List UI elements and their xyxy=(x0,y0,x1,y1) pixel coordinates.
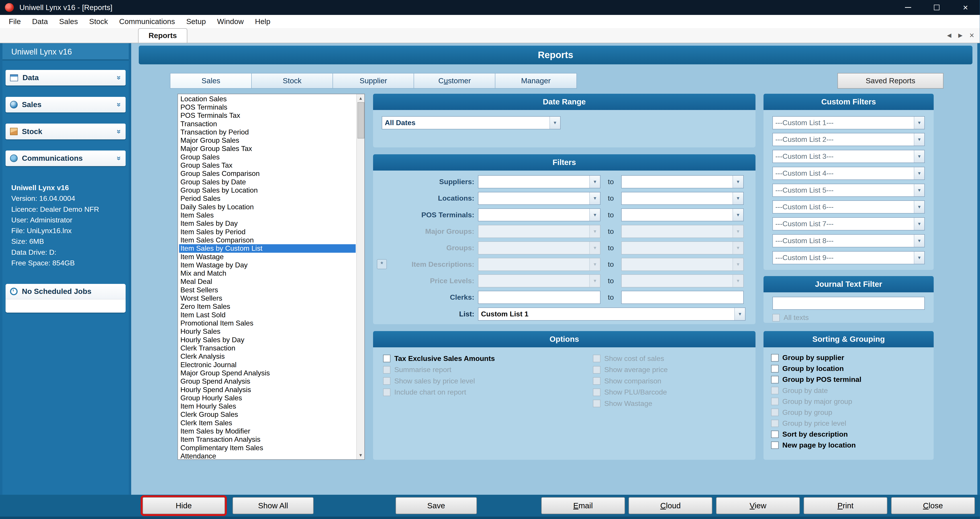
filter-clerks-from-input[interactable] xyxy=(478,291,600,304)
custom-list-6-combo[interactable]: ---Custom List 6---▼ xyxy=(772,200,925,214)
close-button[interactable]: Close xyxy=(891,497,975,514)
report-list-item[interactable]: POS Terminals xyxy=(179,103,356,111)
tab-manager[interactable]: Manager xyxy=(495,73,577,89)
report-list-item[interactable]: POS Terminals Tax xyxy=(179,111,356,119)
tab-customer[interactable]: Customer xyxy=(414,73,496,89)
tab-scroll-right-icon[interactable]: ▶ xyxy=(958,32,963,38)
filter-locations-from-combo[interactable]: ▼ xyxy=(478,192,600,205)
filter-clerks-to-input[interactable] xyxy=(621,291,744,304)
maximize-button[interactable] xyxy=(922,0,951,15)
report-list-item[interactable]: Item Sales Comparison xyxy=(179,236,356,244)
custom-list-7-combo[interactable]: ---Custom List 7---▼ xyxy=(772,217,925,230)
menu-item-communications[interactable]: Communications xyxy=(114,15,181,28)
custom-list-9-combo[interactable]: ---Custom List 9---▼ xyxy=(772,251,925,264)
tab-saved-reports[interactable]: Saved Reports xyxy=(837,73,944,89)
custom-list-2-combo[interactable]: ---Custom List 2---▼ xyxy=(772,133,925,146)
report-list-item[interactable]: Transaction by Period xyxy=(179,128,356,136)
report-list-item[interactable]: Item Sales by Custom List xyxy=(179,244,356,252)
report-list-item[interactable]: Mix and Match xyxy=(179,269,356,278)
report-list-item[interactable]: Major Group Spend Analysis xyxy=(179,369,356,377)
date-range-combo[interactable]: All Dates ▼ xyxy=(382,116,560,129)
report-list-item[interactable]: Item Wastage xyxy=(179,253,356,261)
report-list-item[interactable]: Clerk Transaction xyxy=(179,344,356,352)
scroll-down-icon[interactable]: ▼ xyxy=(357,451,364,459)
report-list-item[interactable]: Location Sales xyxy=(179,95,356,103)
sorting-checkbox-sort-by-description[interactable] xyxy=(771,431,779,438)
filter-pos-terminals-from-combo[interactable]: ▼ xyxy=(478,208,600,222)
report-list-item[interactable]: Item Transaction Analysis xyxy=(179,435,356,443)
report-list-scrollbar[interactable]: ▲ ▼ xyxy=(356,94,364,459)
scroll-up-icon[interactable]: ▲ xyxy=(357,94,364,102)
report-list-item[interactable]: Major Group Sales Tax xyxy=(179,144,356,153)
email-button[interactable]: Email xyxy=(541,497,625,514)
report-list-item[interactable]: Transaction xyxy=(179,120,356,128)
report-list-item[interactable]: Item Sales xyxy=(179,211,356,219)
report-list-item[interactable]: Hourly Sales xyxy=(179,327,356,335)
report-list-item[interactable]: Attendance xyxy=(179,452,356,459)
report-list-item[interactable]: Meal Deal xyxy=(179,278,356,286)
custom-list-5-combo[interactable]: ---Custom List 5---▼ xyxy=(772,184,925,197)
filter-suppliers-to-combo[interactable]: ▼ xyxy=(621,175,744,188)
tab-stock[interactable]: Stock xyxy=(251,73,333,89)
menu-item-file[interactable]: File xyxy=(3,15,27,28)
view-button[interactable]: View xyxy=(716,497,800,514)
journal-text-input[interactable] xyxy=(772,297,925,310)
menu-item-window[interactable]: Window xyxy=(212,15,249,28)
menu-item-setup[interactable]: Setup xyxy=(181,15,212,28)
menu-item-sales[interactable]: Sales xyxy=(54,15,84,28)
report-list-item[interactable]: Zero Item Sales xyxy=(179,302,356,311)
custom-list-combo[interactable]: Custom List 1 ▼ xyxy=(478,308,746,321)
report-list-item[interactable]: Clerk Group Sales xyxy=(179,410,356,419)
report-list-item[interactable]: Promotional Item Sales xyxy=(179,319,356,327)
report-list-item[interactable]: Period Sales xyxy=(179,194,356,203)
filter-locations-to-combo[interactable]: ▼ xyxy=(621,192,744,205)
report-list-item[interactable]: Group Sales by Location xyxy=(179,186,356,194)
report-list-item[interactable]: Daily Sales by Location xyxy=(179,203,356,211)
report-list-item[interactable]: Group Sales Comparison xyxy=(179,170,356,178)
report-list-item[interactable]: Hourly Spend Analysis xyxy=(179,386,356,394)
menu-item-data[interactable]: Data xyxy=(27,15,54,28)
report-list-item[interactable]: Hourly Sales by Day xyxy=(179,336,356,344)
save-button[interactable]: Save xyxy=(396,497,477,514)
tab-supplier[interactable]: Supplier xyxy=(332,73,415,89)
custom-list-3-combo[interactable]: ---Custom List 3---▼ xyxy=(772,150,925,163)
report-list-item[interactable]: Item Sales by Period xyxy=(179,228,356,236)
sorting-checkbox-group-by-pos-terminal[interactable] xyxy=(771,376,779,383)
menu-item-help[interactable]: Help xyxy=(250,15,276,28)
tab-close-icon[interactable]: × xyxy=(969,31,974,40)
report-list-item[interactable]: Complimentary Item Sales xyxy=(179,444,356,452)
close-button[interactable]: × xyxy=(951,0,980,15)
filter-suppliers-from-combo[interactable]: ▼ xyxy=(478,175,600,188)
report-list-item[interactable]: Electronic Journal xyxy=(179,361,356,369)
report-list-item[interactable]: Item Wastage by Day xyxy=(179,261,356,269)
document-tab-reports[interactable]: Reports xyxy=(138,28,187,43)
menu-item-stock[interactable]: Stock xyxy=(84,15,114,28)
hide-button[interactable]: Hide xyxy=(143,497,225,514)
scrollbar-thumb[interactable] xyxy=(358,102,364,138)
custom-list-1-combo[interactable]: ---Custom List 1---▼ xyxy=(772,116,925,129)
report-list-item[interactable]: Group Spend Analysis xyxy=(179,377,356,386)
report-list-item[interactable]: Major Group Sales xyxy=(179,136,356,144)
report-list-item[interactable]: Item Sales by Day xyxy=(179,219,356,227)
report-list-item[interactable]: Group Sales xyxy=(179,153,356,161)
minimize-button[interactable] xyxy=(894,0,922,15)
tab-scroll-left-icon[interactable]: ◀ xyxy=(947,32,951,38)
sorting-checkbox-new-page-by-location[interactable] xyxy=(771,441,779,449)
cloud-button[interactable]: Cloud xyxy=(628,497,712,514)
report-list-item[interactable]: Best Sellers xyxy=(179,286,356,294)
sidebar-section-communications[interactable]: Communications» xyxy=(6,151,126,166)
option-checkbox-tax-exclusive-sales-amounts[interactable] xyxy=(383,355,391,362)
report-list-item[interactable]: Worst Sellers xyxy=(179,294,356,302)
show-all-button[interactable]: Show All xyxy=(232,497,314,514)
report-list-item[interactable]: Group Hourly Sales xyxy=(179,394,356,402)
filter-expand-button[interactable]: * xyxy=(377,259,387,269)
custom-list-4-combo[interactable]: ---Custom List 4---▼ xyxy=(772,167,925,180)
filter-pos-terminals-to-combo[interactable]: ▼ xyxy=(621,208,744,222)
report-list-item[interactable]: Group Sales Tax xyxy=(179,161,356,170)
report-list-item[interactable]: Clerk Analysis xyxy=(179,352,356,360)
sorting-checkbox-group-by-supplier[interactable] xyxy=(771,354,779,362)
scheduled-jobs-header[interactable]: No Scheduled Jobs xyxy=(6,284,126,300)
sidebar-section-stock[interactable]: Stock» xyxy=(6,124,126,139)
sidebar-section-data[interactable]: Data» xyxy=(6,70,126,86)
print-button[interactable]: Print xyxy=(803,497,887,514)
